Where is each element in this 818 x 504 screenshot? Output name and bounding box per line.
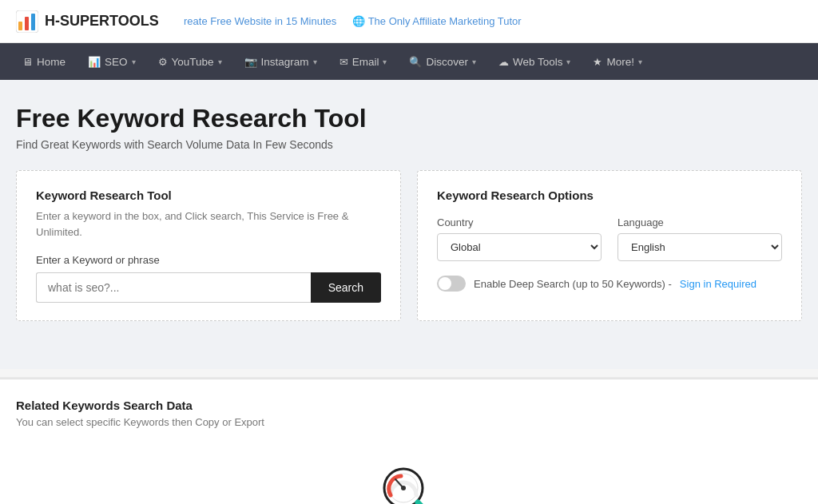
- nav-item-email[interactable]: ✉ Email ▾: [330, 43, 397, 80]
- logo-text: H-SUPERTOOLS: [45, 13, 159, 30]
- page-wrapper: H-SUPERTOOLS reate Free Website in 15 Mi…: [0, 0, 818, 504]
- sign-in-link[interactable]: Sign in Required: [680, 278, 756, 290]
- deep-search-toggle[interactable]: [437, 276, 466, 292]
- nav-label-seo: SEO: [105, 56, 128, 68]
- top-bar-link-1[interactable]: reate Free Website in 15 Minutes: [184, 15, 336, 27]
- email-icon: ✉: [340, 56, 348, 68]
- nav-label-webtools: Web Tools: [513, 56, 563, 68]
- keyword-tool-title: Keyword Research Tool: [36, 189, 381, 202]
- webtools-icon: ☁: [498, 56, 509, 68]
- chevron-down-icon-3: ▾: [313, 58, 317, 66]
- home-icon: 🖥: [22, 56, 33, 68]
- nav-item-webtools[interactable]: ☁ Web Tools ▾: [489, 43, 581, 80]
- page-subtitle: Find Great Keywords with Search Volume D…: [16, 138, 802, 151]
- star-icon: ★: [593, 56, 602, 68]
- svg-rect-2: [25, 17, 29, 30]
- language-group: Language English Spanish French German A…: [617, 216, 782, 261]
- svg-rect-3: [31, 14, 35, 30]
- deep-search-label: Enable Deep Search (up to 50 Keywords) -: [474, 278, 672, 290]
- chevron-down-icon-4: ▾: [383, 58, 387, 66]
- logo: H-SUPERTOOLS: [16, 10, 160, 33]
- options-box: Keyword Research Options Country Global …: [417, 170, 802, 321]
- nav-item-youtube[interactable]: ⚙ YouTube ▾: [149, 43, 232, 80]
- main-nav: 🖥 Home 📊 SEO ▾ ⚙ YouTube ▾ 📷 Instagram ▾…: [0, 43, 818, 80]
- nav-label-home: Home: [37, 56, 66, 68]
- search-row: Search: [36, 272, 381, 303]
- svg-point-7: [401, 486, 406, 490]
- instagram-icon: 📷: [244, 56, 257, 68]
- country-group: Country Global United States United King…: [437, 216, 602, 261]
- options-title: Keyword Research Options: [437, 189, 782, 202]
- top-bar-links: reate Free Website in 15 Minutes The Onl…: [184, 15, 522, 27]
- nav-label-more: More!: [606, 56, 634, 68]
- language-select[interactable]: English Spanish French German Arabic: [617, 233, 782, 261]
- keyword-tool-box: Keyword Research Tool Enter a keyword in…: [16, 170, 401, 321]
- nav-label-instagram: Instagram: [261, 56, 309, 68]
- chevron-down-icon-2: ▾: [218, 58, 222, 66]
- related-wrapper: Related Keywords Search Data You can sel…: [0, 377, 818, 504]
- chevron-down-icon-5: ▾: [472, 58, 476, 66]
- search-input[interactable]: [36, 272, 311, 303]
- tool-boxes: Keyword Research Tool Enter a keyword in…: [16, 170, 802, 321]
- logo-icon: [16, 10, 38, 33]
- nav-item-home[interactable]: 🖥 Home: [13, 43, 75, 80]
- nav-item-more[interactable]: ★ More! ▾: [583, 43, 652, 80]
- content-wrapper: Free Keyword Research Tool Find Great Ke…: [0, 80, 818, 369]
- search-magnifier-icon: [373, 460, 445, 504]
- deep-search-row: Enable Deep Search (up to 50 Keywords) -…: [437, 276, 782, 292]
- search-button[interactable]: Search: [311, 272, 381, 303]
- svg-rect-1: [18, 22, 22, 30]
- chevron-down-icon-6: ▾: [566, 58, 570, 66]
- chevron-down-icon: ▾: [132, 58, 136, 66]
- top-bar-link-2[interactable]: The Only Affiliate Marketing Tutor: [352, 15, 521, 27]
- nav-label-youtube: YouTube: [172, 56, 214, 68]
- input-label: Enter a Keyword or phrase: [36, 254, 381, 266]
- nav-item-discover[interactable]: 🔍 Discover ▾: [399, 43, 486, 80]
- nav-item-seo[interactable]: 📊 SEO ▾: [78, 43, 145, 80]
- nav-label-email: Email: [352, 56, 379, 68]
- nav-label-discover: Discover: [426, 56, 468, 68]
- top-bar: H-SUPERTOOLS reate Free Website in 15 Mi…: [0, 0, 818, 43]
- related-title: Related Keywords Search Data: [16, 399, 802, 412]
- country-label: Country: [437, 216, 602, 228]
- discover-icon: 🔍: [409, 56, 422, 68]
- nav-item-instagram[interactable]: 📷 Instagram ▾: [235, 43, 327, 80]
- page-title: Free Keyword Research Tool: [16, 104, 802, 133]
- keyword-tool-desc: Enter a keyword in the box, and Click se…: [36, 208, 381, 240]
- language-label: Language: [617, 216, 782, 228]
- related-section: Related Keywords Search Data You can sel…: [0, 379, 818, 504]
- magnifier-area: [16, 452, 802, 504]
- country-select[interactable]: Global United States United Kingdom Cana…: [437, 233, 602, 261]
- seo-icon: 📊: [88, 56, 101, 68]
- related-desc: You can select specific Keywords then Co…: [16, 416, 802, 428]
- main-content: Free Keyword Research Tool Find Great Ke…: [0, 80, 818, 361]
- youtube-icon: ⚙: [158, 56, 168, 68]
- options-row: Country Global United States United King…: [437, 216, 782, 261]
- chevron-down-icon-7: ▾: [638, 58, 642, 66]
